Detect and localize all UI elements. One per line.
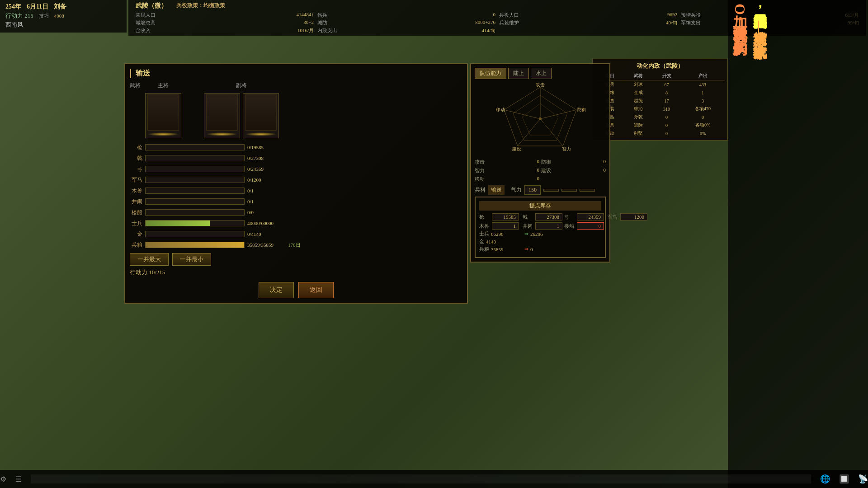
vice-glow-2 [245, 132, 277, 136]
stat-label-8: 金收入 [136, 27, 151, 34]
stat-val-2: 9692 [667, 12, 677, 19]
chat-text-1: 加O群免费下载，切勿购买 [731, 4, 749, 29]
svg-text:建设: 建设 [512, 146, 521, 151]
politics-cell-output-2: 3 [681, 97, 725, 105]
bottom-icon-1[interactable]: ⚙ [0, 475, 6, 483]
stat-val-9: 414/旬 [481, 27, 495, 34]
politics-cell-general-1: 金成 [624, 89, 652, 97]
res-bar-food[interactable] [145, 242, 245, 248]
food-store-to: 0 [530, 247, 548, 252]
storage-bow: 弓 24359 军马 1200 [564, 213, 647, 221]
politics-row-4: 马匹孙乾00 [595, 113, 725, 121]
res-row-gold: 金 0/4140 [130, 230, 462, 239]
politics-cell-output-4: 0 [681, 113, 725, 121]
tab-land[interactable]: 陆上 [508, 68, 529, 79]
main-general-slot[interactable] [145, 93, 181, 138]
politics-cell-cost-6: 0 [652, 129, 681, 137]
res-bar-halberd[interactable] [145, 155, 245, 161]
defense-label: 防御 [541, 159, 551, 165]
res-bar-spear[interactable] [145, 144, 245, 150]
main-portrait [147, 94, 179, 131]
vice-general-slot-1[interactable] [204, 93, 240, 138]
min-button[interactable]: 一并最小 [172, 253, 211, 266]
stat-label-1: 伤兵 [317, 12, 327, 19]
policy-text: 兵役政策：均衡政策 [176, 2, 225, 10]
stat-build: 建设 0 [541, 167, 606, 174]
stat-label-0: 常规人口 [136, 12, 156, 19]
stat-intel: 智力 0 [475, 167, 539, 174]
stat-label-3: 预增兵役 [681, 12, 701, 19]
storage-spear: 枪 19585 戟 27308 [479, 213, 562, 221]
year-display: 254年 [5, 3, 21, 11]
res-bar-ship[interactable] [145, 209, 245, 216]
res-bar-gold[interactable] [145, 231, 245, 237]
chat-content: 加O群免费下载，切勿购买 如果突然黑屏就是游戏闪退， 高级难度—非技术流玩家 🐻 [731, 4, 864, 484]
res-val-halberd: 0/27308 [247, 155, 283, 161]
res-bar-soldiers[interactable] [145, 220, 245, 226]
power-box-2 [561, 189, 577, 192]
res-row-food: 兵粮 35859/35859 170日 [130, 240, 462, 249]
food-store-val: 35859 [491, 247, 523, 252]
res-row-horse: 军马 0/1200 [130, 175, 462, 184]
stat-move: 移动 0 [475, 176, 539, 183]
power-box-3 [580, 189, 595, 192]
res-bar-bow[interactable] [145, 166, 245, 172]
politics-cell-output-1: 1 [681, 89, 725, 97]
politics-cell-cost-3: 310 [652, 105, 681, 113]
power-label-text: 行动力 [130, 269, 147, 276]
politics-table: 项目 武将 开支 产出 招兵刘冰67433调粮金成81巡查赵统173兵装韩沁31… [595, 72, 725, 137]
power-label: 行动力 215 [5, 12, 33, 20]
bottom-icon-2[interactable]: ☰ [15, 475, 22, 483]
troop-store-row: 士兵 66296 ⇒ 26296 [479, 230, 601, 237]
politics-row-5: 攻具梁际0各项0% [595, 121, 725, 129]
politics-cell-cost-0: 67 [652, 80, 681, 89]
store-val-horse: 1200 [620, 213, 647, 221]
bottom-icon-4[interactable]: 🔲 [839, 474, 849, 484]
res-label-bow: 弓 [130, 165, 142, 173]
defense-val: 0 [604, 159, 606, 165]
tab-troop-ability[interactable]: 队伍能力 [475, 68, 506, 79]
res-label-halberd: 戟 [130, 155, 142, 162]
attack-label: 攻击 [475, 159, 485, 165]
politics-cell-cost-5: 0 [652, 121, 681, 129]
stat-label-2: 兵役人口 [499, 12, 519, 19]
confirm-button[interactable]: 决定 [259, 282, 294, 298]
vice-portrait-1 [206, 94, 238, 131]
res-bar-tower[interactable] [145, 198, 245, 205]
res-bar-horse[interactable] [145, 177, 245, 183]
attack-val: 0 [537, 159, 540, 165]
res-row-bow: 弓 0/24359 [130, 164, 462, 174]
intel-label: 智力 [475, 167, 485, 174]
bottom-icon-5[interactable]: 📡 [858, 474, 868, 484]
portrait-glow [147, 132, 179, 136]
intel-val: 0 [537, 167, 540, 174]
storage-panel: 据点库存 枪 19585 戟 27308 弓 24359 军马 1200 木兽 … [475, 197, 606, 258]
max-button[interactable]: 一并最大 [130, 253, 169, 266]
troop-store-label: 士兵 [479, 230, 489, 237]
internal-politics-panel: 动化内政（武陵） 项目 武将 开支 产出 招兵刘冰67433调粮金成81巡查赵统… [592, 59, 728, 141]
bottom-icon-3[interactable]: 🌐 [820, 474, 830, 484]
stat-val-0: 414484↑ [297, 12, 314, 19]
col-cost: 开支 [652, 72, 681, 80]
vice-general-slot-2[interactable] [243, 93, 279, 138]
col-output: 产出 [681, 72, 725, 80]
gold-store-val: 4140 [486, 239, 518, 244]
politics-row-2: 巡查赵统173 [595, 97, 725, 105]
chat-text-3: 高级难度—非技术流玩家 [750, 21, 769, 34]
city-name: 武陵（微） [136, 2, 167, 10]
main-general-label: 主将 [158, 82, 169, 89]
politics-cell-general-0: 刘冰 [624, 80, 652, 89]
stat-val-1: 0 [493, 12, 496, 19]
res-bar-siege[interactable] [145, 188, 245, 194]
build-label: 建设 [541, 167, 551, 174]
tab-water[interactable]: 水上 [531, 68, 552, 79]
politics-cell-cost-4: 0 [652, 113, 681, 121]
col-general: 武将 [624, 72, 652, 80]
gold-store-label: 金 [479, 238, 484, 245]
svg-text:攻击: 攻击 [536, 83, 545, 87]
store-val-halberd: 27308 [535, 213, 562, 221]
troop-arrow: ⇒ [524, 231, 528, 237]
storage-title: 据点库存 [479, 201, 601, 211]
food-days: 170日 [288, 242, 301, 249]
return-button[interactable]: 返回 [298, 282, 334, 298]
